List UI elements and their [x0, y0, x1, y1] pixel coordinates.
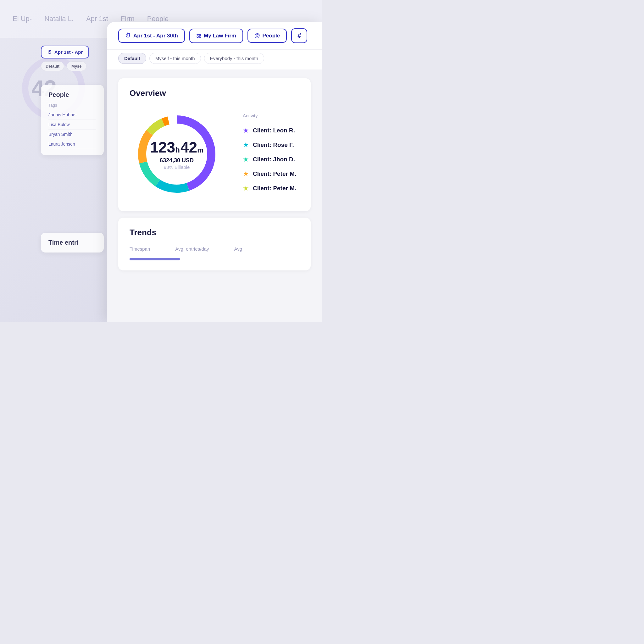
content-area: Overview	[107, 69, 322, 322]
bg-people-tag-label: Tags	[48, 103, 96, 108]
donut-mins-value: 42m	[180, 139, 203, 156]
hours-unit: h	[175, 146, 180, 154]
activity-star-3: ★	[243, 170, 249, 178]
donut-billable: 93% Billable	[150, 164, 203, 170]
bg-date-button: ⏱ Apr 1st - Apr	[41, 46, 89, 58]
bg-people-name-3: Bryan Smith	[48, 130, 96, 139]
date-range-button[interactable]: ⏱ Apr 1st - Apr 30th	[118, 29, 185, 43]
activity-item-3: ★ Client: Peter M.	[243, 167, 299, 181]
trends-bar-placeholder	[130, 258, 299, 260]
hours-number: 123	[150, 139, 175, 156]
firm-button[interactable]: ⚖ My Law Firm	[189, 29, 243, 43]
clock-icon: ⏱	[125, 32, 131, 39]
activity-star-1: ★	[243, 141, 249, 149]
activity-name-3: Client: Peter M.	[253, 170, 296, 177]
background-date-bar: ⏱ Apr 1st - Apr	[41, 46, 89, 58]
activity-item-4: ★ Client: Peter M.	[243, 181, 299, 196]
background-preset-tabs: Default Myse	[41, 61, 86, 71]
bg-people-name-2: Lisa Bulow	[48, 120, 96, 130]
preset-tab-myself[interactable]: Myself - this month	[149, 53, 201, 64]
activity-star-4: ★	[243, 184, 249, 192]
hash-button[interactable]: #	[291, 28, 307, 43]
hash-icon: #	[297, 32, 301, 39]
activity-star-0: ★	[243, 126, 249, 135]
activity-label: Activity	[243, 113, 299, 118]
background-time-card: Time entri	[41, 233, 104, 253]
bg-preset-myself: Myse	[67, 61, 86, 71]
bg-top-item-3: Apr 1st	[86, 15, 108, 23]
trends-title: Trends	[130, 228, 299, 237]
donut-usd: 6324,30 USD	[150, 157, 203, 164]
filter-bar: ⏱ Apr 1st - Apr 30th ⚖ My Law Firm @ Peo…	[107, 22, 322, 50]
activity-item-0: ★ Client: Leon R.	[243, 123, 299, 138]
trends-meta: Timespan Avg. entries/day Avg	[130, 246, 299, 252]
people-button[interactable]: @ People	[247, 29, 287, 43]
bg-top-item-2: Natalia L.	[44, 15, 74, 23]
donut-hours-value: 123h	[150, 140, 180, 155]
trends-avg-label: Avg. entries/day	[175, 246, 209, 252]
activity-name-0: Client: Leon R.	[253, 127, 295, 134]
bg-date-label: Apr 1st - Apr	[54, 49, 83, 55]
overview-title: Overview	[130, 88, 299, 98]
firm-label: My Law Firm	[204, 33, 236, 39]
bg-time-title: Time entri	[48, 239, 96, 246]
bg-clock-icon: ⏱	[47, 49, 52, 55]
trends-bar	[130, 258, 180, 260]
scales-icon: ⚖	[196, 32, 201, 39]
bg-top-item-1: El Up-	[13, 15, 32, 23]
overview-card: Overview	[118, 78, 311, 211]
bg-people-name-4: Laura Jensen	[48, 139, 96, 149]
donut-center: 123h 42m 6324,30 USD 93% Billable	[150, 139, 203, 170]
overview-body: 123h 42m 6324,30 USD 93% Billable Activi…	[130, 107, 299, 201]
activity-name-4: Client: Peter M.	[253, 185, 296, 192]
preset-myself-label: Myself - this month	[155, 56, 195, 61]
trends-card: Trends Timespan Avg. entries/day Avg	[118, 218, 311, 270]
activity-name-1: Client: Rose F.	[253, 142, 294, 148]
bg-preset-default: Default	[41, 61, 64, 71]
background-people-card: People Tags Jannis Habbe- Lisa Bulow Bry…	[41, 85, 104, 155]
donut-chart: 123h 42m 6324,30 USD 93% Billable	[130, 107, 224, 201]
at-icon: @	[254, 32, 260, 39]
activity-item-1: ★ Client: Rose F.	[243, 138, 299, 152]
activity-section: Activity ★ Client: Leon R. ★ Client: Ros…	[243, 113, 299, 196]
bg-people-title: People	[48, 91, 96, 98]
date-range-label: Apr 1st - Apr 30th	[133, 33, 178, 39]
preset-bar: Default Myself - this month Everybody - …	[107, 50, 322, 69]
preset-default-label: Default	[124, 56, 140, 61]
people-label: People	[263, 33, 280, 39]
main-card: ⏱ Apr 1st - Apr 30th ⚖ My Law Firm @ Peo…	[107, 22, 322, 322]
trends-avg2-label: Avg	[234, 246, 242, 252]
preset-everybody-label: Everybody - this month	[210, 56, 258, 61]
preset-tab-everybody[interactable]: Everybody - this month	[204, 53, 264, 64]
trends-timespan-label: Timespan	[130, 246, 150, 252]
bg-people-name-1: Jannis Habbe-	[48, 110, 96, 120]
activity-name-2: Client: Jhon D.	[253, 156, 295, 163]
activity-item-2: ★ Client: Jhon D.	[243, 152, 299, 167]
preset-tab-default[interactable]: Default	[118, 53, 146, 64]
activity-star-2: ★	[243, 155, 249, 164]
minutes-unit: m	[197, 146, 203, 154]
minutes-number: 42	[180, 139, 197, 156]
